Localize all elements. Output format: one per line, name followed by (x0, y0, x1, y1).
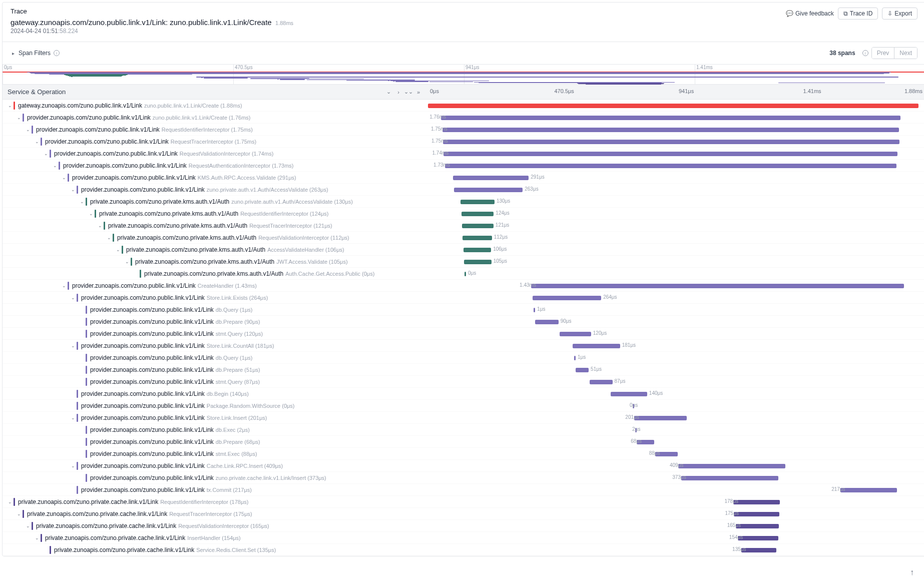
span-row[interactable]: ⌄provider.zunoapis.com/zuno.public.link.… (3, 124, 924, 136)
span-row[interactable]: ⌄provider.zunoapis.com/zuno.public.link.… (3, 184, 924, 196)
span-bar[interactable] (738, 536, 778, 540)
span-row[interactable]: provider.zunoapis.com/zuno.public.link.v… (3, 364, 924, 376)
span-bar[interactable] (428, 104, 918, 108)
span-bar[interactable] (454, 188, 523, 192)
span-bar[interactable] (535, 320, 559, 324)
span-row[interactable]: ⌄private.zunoapis.com/zuno.private.kms.a… (3, 232, 924, 244)
span-row[interactable]: provider.zunoapis.com/zuno.public.link.v… (3, 316, 924, 328)
chevron-down-icon[interactable]: ⌄ (124, 259, 131, 264)
span-bar[interactable] (531, 284, 904, 288)
span-bar[interactable] (442, 128, 899, 132)
span-row[interactable]: provider.zunoapis.com/zuno.public.link.v… (3, 448, 924, 460)
span-row[interactable]: ⌄provider.zunoapis.com/zuno.public.link.… (3, 148, 924, 160)
chevron-down-icon[interactable]: ⌄ (25, 523, 32, 528)
chevron-down-icon[interactable]: ⌄ (70, 187, 77, 192)
chevron-down-icon[interactable]: ⌄ (25, 127, 32, 132)
span-bar[interactable] (533, 296, 602, 300)
span-row[interactable]: ⌄provider.zunoapis.com/zuno.public.link.… (3, 292, 924, 304)
span-bar[interactable] (736, 524, 779, 528)
chevron-down-icon[interactable]: ⌄ (115, 247, 122, 252)
span-bar[interactable] (462, 224, 494, 228)
span-bar[interactable] (840, 488, 897, 492)
span-bar[interactable] (441, 116, 900, 120)
span-row[interactable]: ⌄private.zunoapis.com/zuno.private.cache… (3, 520, 924, 532)
span-row[interactable]: ⌄provider.zunoapis.com/zuno.public.link.… (3, 340, 924, 352)
collapse-all-icon[interactable]: ⌄⌄ (404, 88, 413, 97)
span-row[interactable]: ⌄provider.zunoapis.com/zuno.public.link.… (3, 412, 924, 424)
chevron-down-icon[interactable]: ⌄ (52, 163, 59, 168)
span-row[interactable]: ⌄private.zunoapis.com/zuno.private.kms.a… (3, 244, 924, 256)
span-bar[interactable] (681, 476, 778, 480)
span-bar[interactable] (741, 548, 776, 552)
info-icon[interactable]: i (862, 50, 868, 56)
chevron-down-icon[interactable]: ⌄ (106, 235, 113, 240)
give-feedback-link[interactable]: 💬 Give feedback (786, 10, 834, 17)
span-row[interactable]: ⌄private.zunoapis.com/zuno.private.kms.a… (3, 256, 924, 268)
span-row[interactable]: ⌄provider.zunoapis.com/zuno.public.link.… (3, 112, 924, 124)
chevron-down-icon[interactable]: ⌄ (79, 199, 86, 204)
span-bar[interactable] (590, 380, 612, 384)
chevron-down-icon[interactable]: ⌄ (61, 175, 68, 180)
chevron-down-icon[interactable]: ⌄ (88, 211, 95, 216)
span-row[interactable]: provider.zunoapis.com/zuno.public.link.v… (3, 328, 924, 340)
span-row[interactable]: ⌄private.zunoapis.com/zuno.private.cache… (3, 508, 924, 520)
span-bar[interactable] (453, 176, 529, 180)
chevron-down-icon[interactable]: ⌄ (16, 511, 23, 516)
span-bar[interactable] (734, 512, 779, 516)
span-row[interactable]: provider.zunoapis.com/zuno.public.link.v… (3, 436, 924, 448)
prev-button[interactable]: Prev (872, 48, 894, 59)
export-button[interactable]: ⇩ Export (882, 8, 917, 20)
chevron-down-icon[interactable]: ⌄ (70, 463, 77, 468)
span-row[interactable]: ⌄private.zunoapis.com/zuno.private.cache… (3, 496, 924, 508)
span-row[interactable]: provider.zunoapis.com/zuno.public.link.v… (3, 484, 924, 496)
span-bar[interactable] (634, 416, 687, 420)
span-filters-toggle[interactable]: ▸ Span Filters i (11, 50, 60, 57)
chevron-down-icon[interactable]: ⌄ (16, 115, 23, 120)
span-row[interactable]: provider.zunoapis.com/zuno.public.link.v… (3, 376, 924, 388)
span-bar[interactable] (443, 152, 897, 156)
span-bar[interactable] (464, 260, 492, 264)
chevron-down-icon[interactable]: ⌄ (7, 499, 14, 504)
span-bar[interactable] (573, 344, 620, 348)
span-row[interactable]: ⌄provider.zunoapis.com/zuno.public.link.… (3, 160, 924, 172)
chevron-down-icon[interactable]: ⌄ (61, 283, 68, 288)
chevron-down-icon[interactable]: ⌄ (7, 103, 14, 108)
span-bar[interactable] (678, 464, 785, 468)
span-row[interactable]: ⌄private.zunoapis.com/zuno.private.kms.a… (3, 196, 924, 208)
span-row[interactable]: provider.zunoapis.com/zuno.public.link.v… (3, 400, 924, 412)
span-bar[interactable] (463, 236, 492, 240)
span-bar[interactable] (465, 272, 466, 276)
span-bar[interactable] (464, 248, 491, 252)
span-bar[interactable] (611, 392, 647, 396)
span-row[interactable]: provider.zunoapis.com/zuno.public.link.v… (3, 388, 924, 400)
span-bar[interactable] (576, 368, 589, 372)
span-bar[interactable] (534, 308, 535, 312)
collapse-one-icon[interactable]: ⌄ (384, 88, 393, 97)
expand-all-icon[interactable]: » (414, 88, 423, 97)
span-row[interactable]: ⌄provider.zunoapis.com/zuno.public.link.… (3, 172, 924, 184)
minimap[interactable]: 0μs470.5μs941μs1.41ms1.88ms (3, 65, 924, 85)
span-row[interactable]: provider.zunoapis.com/zuno.public.link.v… (3, 472, 924, 484)
span-row[interactable]: private.zunoapis.com/zuno.private.cache.… (3, 544, 924, 556)
chevron-down-icon[interactable]: ⌄ (70, 295, 77, 300)
chevron-down-icon[interactable]: ⌄ (70, 343, 77, 348)
span-row[interactable]: ⌄private.zunoapis.com/zuno.private.kms.a… (3, 220, 924, 232)
span-bar[interactable] (733, 500, 780, 504)
span-row[interactable]: provider.zunoapis.com/zuno.public.link.v… (3, 304, 924, 316)
span-row[interactable]: ⌄provider.zunoapis.com/zuno.public.link.… (3, 460, 924, 472)
trace-id-button[interactable]: ⧉ Trace ID (838, 8, 878, 20)
next-button[interactable]: Next (894, 48, 917, 59)
span-row[interactable]: provider.zunoapis.com/zuno.public.link.v… (3, 352, 924, 364)
span-row[interactable]: private.zunoapis.com/zuno.private.kms.au… (3, 268, 924, 280)
chevron-down-icon[interactable]: ⌄ (34, 535, 41, 540)
expand-one-icon[interactable]: › (394, 88, 403, 97)
chevron-down-icon[interactable]: ⌄ (34, 139, 41, 144)
info-icon[interactable]: i (54, 50, 60, 56)
span-row[interactable]: ⌄private.zunoapis.com/zuno.private.kms.a… (3, 208, 924, 220)
chevron-down-icon[interactable]: ⌄ (70, 415, 77, 420)
span-bar[interactable] (574, 356, 576, 360)
span-bar[interactable] (461, 212, 494, 216)
chevron-down-icon[interactable]: ⌄ (97, 223, 104, 228)
span-row[interactable]: ⌄provider.zunoapis.com/zuno.public.link.… (3, 136, 924, 148)
span-row[interactable]: ⌄provider.zunoapis.com/zuno.public.link.… (3, 280, 924, 292)
